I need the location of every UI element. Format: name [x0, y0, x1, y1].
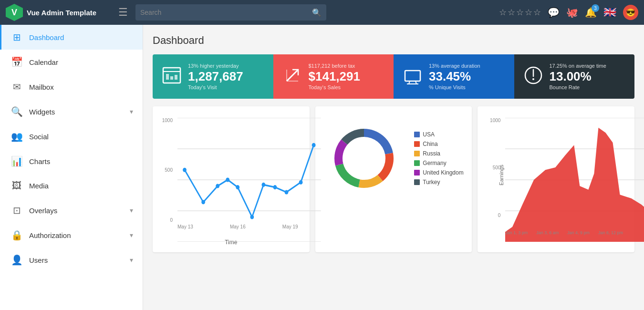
legend-label: China [423, 141, 437, 147]
legend-label: Turkey [423, 179, 440, 186]
user-avatar[interactable]: 😎 [623, 5, 638, 20]
svg-point-24 [236, 185, 239, 189]
stat-card-bounce: 17.25% on average time 13.00% Bounce Rat… [514, 54, 635, 99]
hamburger-icon[interactable]: ☰ [115, 4, 131, 21]
charts-icon: 📊 [11, 155, 22, 167]
language-flag[interactable]: 🇬🇧 [603, 6, 616, 19]
legend-label: USA [423, 131, 435, 138]
sidebar-label-mailbox: Mailbox [29, 83, 133, 91]
sidebar-label-users: Users [29, 256, 123, 264]
logo-icon: V [6, 4, 23, 21]
sidebar-label-widgets: Widgets [29, 108, 123, 116]
sidebar-item-charts[interactable]: 📊 Charts [0, 149, 143, 174]
logo-area: V Vue Admin Template [6, 4, 111, 21]
sidebar-label-social: Social [29, 133, 133, 141]
main-layout: ⊞ Dashboard 📅 Calendar ✉ Mailbox 🔍 Widge… [0, 25, 644, 310]
sidebar-item-mailbox[interactable]: ✉ Mailbox [0, 74, 143, 99]
legend-item-turkey: Turkey [414, 179, 463, 186]
unique-icon [403, 66, 422, 87]
dashboard-icon: ⊞ [11, 31, 22, 43]
legend-dot [414, 170, 420, 176]
sidebar-item-users[interactable]: 👤 Users ▾ [0, 248, 143, 272]
svg-point-22 [216, 184, 219, 188]
page-title: Dashboard [153, 34, 634, 47]
stat-value-sales: $141,291 [309, 70, 360, 83]
stat-label-sales: Today's Sales [309, 84, 360, 90]
sidebar-label-dashboard: Dashboard [29, 33, 133, 41]
chevron-icon: ▾ [130, 207, 133, 214]
stat-subtitle-sales: $117,212 before tax [309, 63, 360, 69]
charts-row: 1000 500 0 May 13 May 16 May 19 Time [153, 106, 634, 252]
legend-dot [414, 160, 420, 166]
star-rating: ☆ ☆ ☆ ☆ ☆ [499, 7, 541, 18]
stat-subtitle-unique: 13% average duration [429, 63, 480, 69]
sidebar-item-authorization[interactable]: 🔒 Authorization ▾ [0, 223, 143, 248]
github-icon[interactable]: 🐙 [566, 7, 578, 18]
topnav-right: ☆ ☆ ☆ ☆ ☆ 💬 🐙 🔔 3 🇬🇧 😎 [499, 5, 638, 20]
svg-rect-4 [175, 75, 177, 80]
svg-rect-3 [170, 76, 173, 80]
sidebar-label-calendar: Calendar [29, 58, 133, 66]
svg-point-27 [273, 185, 277, 189]
legend-item-united-kingdom: United Kingdom [414, 169, 463, 176]
notification-badge: 3 [592, 4, 599, 12]
svg-point-28 [285, 190, 289, 194]
notification-icon[interactable]: 🔔 3 [585, 7, 597, 18]
legend-item-china: China [414, 141, 463, 147]
stat-cards: 13% higher yesterday 1,287,687 Today's V… [153, 54, 634, 99]
stat-value-visits: 1,287,687 [188, 70, 243, 83]
social-icon: 👥 [11, 131, 22, 142]
search-input[interactable] [140, 9, 312, 16]
chat-icon[interactable]: 💬 [548, 7, 560, 18]
calendar-icon: 📅 [11, 56, 22, 68]
users-icon: 👤 [11, 254, 22, 266]
legend-dot [414, 179, 420, 185]
sidebar-item-media[interactable]: 🖼 Media [0, 174, 143, 198]
line-chart-container: 1000 500 0 May 13 May 16 May 19 [159, 113, 303, 237]
stat-label-bounce: Bounce Rate [550, 84, 606, 90]
chevron-icon: ▾ [130, 256, 133, 264]
donut-svg [323, 118, 405, 199]
sales-icon [283, 66, 302, 87]
sidebar-label-authorization: Authorization [29, 231, 123, 239]
search-box: 🔍 [135, 4, 326, 21]
visits-icon [162, 66, 181, 87]
stat-value-unique: 33.45% [429, 70, 480, 83]
sidebar-label-charts: Charts [29, 157, 133, 165]
svg-point-26 [261, 182, 265, 186]
sidebar-item-widgets[interactable]: 🔍 Widgets ▾ [0, 99, 143, 124]
sidebar-item-social[interactable]: 👥 Social [0, 124, 143, 149]
legend-item-usa: USA [414, 131, 463, 138]
donut-container: USAChinaRussiaGermanyUnited KingdomTurke… [322, 113, 466, 204]
sidebar: ⊞ Dashboard 📅 Calendar ✉ Mailbox 🔍 Widge… [0, 25, 143, 310]
svg-point-23 [226, 177, 229, 182]
legend-dot [414, 132, 420, 137]
svg-rect-0 [163, 68, 180, 83]
stat-card-unique: 13% average duration 33.45% % Unique Vis… [394, 54, 514, 99]
svg-rect-2 [166, 74, 169, 80]
stat-label-unique: % Unique Visits [429, 84, 480, 90]
svg-line-5 [287, 70, 298, 81]
svg-point-25 [250, 215, 254, 219]
svg-rect-8 [405, 71, 420, 81]
bounce-icon [524, 66, 543, 87]
area-chart-y-axis-label: Earnings [499, 165, 504, 185]
chevron-icon: ▾ [130, 108, 133, 115]
legend-dot [414, 151, 420, 156]
donut-legend: USAChinaRussiaGermanyUnited KingdomTurke… [414, 131, 463, 186]
media-icon: 🖼 [11, 180, 22, 191]
line-chart-y-labels: 1000 500 0 [159, 118, 173, 223]
svg-point-14 [532, 78, 534, 80]
chevron-icon: ▾ [130, 231, 133, 239]
sidebar-item-overlays[interactable]: ⊡ Overlays ▾ [0, 198, 143, 223]
legend-label: Germany [423, 160, 446, 166]
area-chart-x-labels: Jan 1, 3 pm Jan 3, 6 am Jan 4, 9 pm Jan … [505, 230, 623, 235]
mailbox-icon: ✉ [11, 81, 22, 93]
area-chart-svg [505, 118, 644, 242]
sidebar-item-dashboard[interactable]: ⊞ Dashboard [0, 25, 143, 50]
legend-label: Russia [423, 150, 440, 157]
sidebar-item-calendar[interactable]: 📅 Calendar [0, 50, 143, 74]
authorization-icon: 🔒 [11, 229, 22, 241]
svg-point-29 [299, 180, 303, 184]
stat-card-sales: $117,212 before tax $141,291 Today's Sal… [273, 54, 394, 99]
